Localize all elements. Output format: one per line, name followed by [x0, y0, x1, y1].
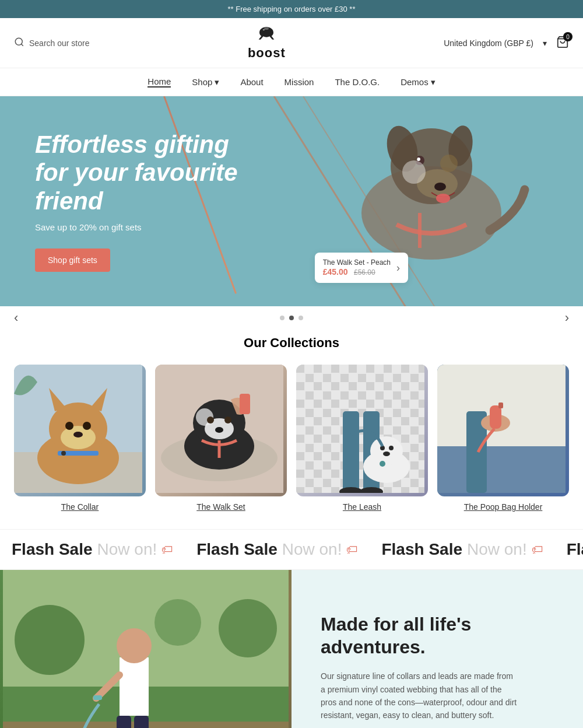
carousel-dot-1[interactable] [280, 316, 285, 320]
logo-text: boost [248, 46, 286, 61]
hero-section: Effortless gifting for your favourite fr… [0, 96, 583, 306]
flash-sale-item-1: Flash Sale Now on! 🏷 [0, 540, 185, 559]
nav-demos[interactable]: Demos ▾ [401, 76, 436, 88]
collections-section: Our Collections [0, 330, 583, 529]
svg-point-24 [83, 422, 91, 430]
search-area[interactable]: Search our store [14, 37, 90, 49]
product-pricing: £45.00 £56.00 [323, 267, 391, 277]
svg-point-51 [389, 446, 394, 450]
collections-grid: The Collar [14, 365, 569, 512]
svg-point-72 [117, 628, 152, 663]
collection-leash-label: The Leash [343, 502, 381, 512]
collection-poopbag[interactable]: The Poop Bag Holder [437, 365, 569, 512]
svg-point-36 [215, 427, 223, 433]
flash-bold-1: Flash Sale [12, 540, 93, 559]
flash-sale-item-3: Flash Sale Now on! 🏷 [370, 540, 554, 559]
svg-point-27 [61, 451, 66, 456]
site-logo[interactable]: boost [248, 25, 286, 61]
svg-point-62 [15, 605, 85, 675]
price-new: £45.00 [323, 267, 348, 276]
hero-content: Effortless gifting for your favourite fr… [0, 107, 274, 295]
svg-point-64 [154, 599, 201, 646]
main-nav: Home Shop ▾ About Mission The D.O.G. Dem… [0, 68, 583, 96]
hero-image [245, 96, 583, 306]
svg-point-11 [417, 158, 420, 161]
product-card-arrow[interactable]: › [396, 262, 400, 274]
svg-point-63 [219, 599, 277, 657]
chevron-down-icon: ▾ [215, 77, 219, 88]
hero-title: Effortless gifting for your favourite fr… [35, 131, 239, 215]
flash-sale-item-4: Flash Sale Now on! 🏷 [555, 540, 583, 559]
svg-rect-38 [240, 394, 250, 414]
svg-point-15 [436, 194, 450, 203]
promo-banner: ** Free shipping on orders over £30 ** [0, 0, 583, 18]
carousel-next-button[interactable]: › [565, 310, 569, 326]
svg-point-14 [434, 183, 446, 191]
hero-cta-button[interactable]: Shop gift sets [35, 249, 110, 272]
price-old: £56.00 [354, 268, 375, 276]
collection-collar-label: The Collar [61, 502, 99, 512]
carousel-navigation: ‹ › [0, 306, 583, 330]
chevron-down-icon: ▾ [543, 38, 547, 48]
adventure-section: Made for all life's adventures. Our sign… [0, 570, 583, 728]
logo-icon [255, 25, 278, 46]
flash-light-1: Now on! [97, 540, 157, 559]
svg-point-0 [15, 38, 22, 45]
svg-line-1 [21, 44, 23, 46]
collection-walkset-image [155, 365, 287, 496]
product-info: The Walk Set - Peach £45.00 £56.00 [323, 258, 391, 277]
site-header: Search our store boost United Kingdom (G… [0, 18, 583, 68]
nav-shop[interactable]: Shop ▾ [192, 76, 219, 88]
search-label: Search our store [29, 38, 90, 48]
promo-text: ** Free shipping on orders over £30 ** [228, 5, 356, 13]
flash-sale-scroller: Flash Sale Now on! 🏷 Flash Sale Now on! … [0, 540, 583, 559]
collection-walkset-label: The Walk Set [196, 502, 245, 512]
carousel-prev-button[interactable]: ‹ [14, 310, 18, 326]
nav-about[interactable]: About [240, 76, 263, 88]
collection-leash[interactable]: The Leash [296, 365, 428, 512]
region-selector[interactable]: United Kingdom (GBP £) [444, 38, 533, 48]
svg-rect-44 [343, 411, 359, 493]
svg-rect-58 [490, 405, 501, 429]
collection-walkset[interactable]: The Walk Set [155, 365, 287, 512]
svg-point-52 [383, 452, 390, 456]
svg-point-50 [380, 446, 385, 450]
adventure-content: Made for all life's adventures. Our sign… [292, 570, 583, 728]
tag-icon-2: 🏷 [346, 543, 358, 556]
svg-point-23 [65, 422, 73, 430]
search-icon [14, 37, 24, 49]
chevron-down-icon: ▾ [431, 77, 436, 88]
carousel-dot-3[interactable] [298, 316, 303, 320]
nav-dog[interactable]: The D.O.G. [335, 76, 380, 88]
carousel-dot-2[interactable] [289, 316, 294, 320]
svg-point-53 [380, 461, 385, 467]
adventure-description: Our signature line of collars and leads … [321, 670, 519, 722]
nav-mission[interactable]: Mission [285, 76, 314, 88]
flash-bold-2: Flash Sale [196, 540, 278, 559]
cart-count: 0 [563, 32, 573, 41]
adventure-image [0, 570, 292, 728]
collection-collar-image [14, 365, 146, 496]
flash-bold-3: Flash Sale [381, 540, 462, 559]
svg-rect-69 [120, 657, 149, 716]
svg-rect-74 [93, 695, 102, 700]
hero-product-card[interactable]: The Walk Set - Peach £45.00 £56.00 › [315, 253, 408, 283]
hero-subtitle: Save up to 20% on gift sets [35, 222, 239, 232]
flash-light-3: Now on! [467, 540, 527, 559]
svg-point-2 [264, 27, 269, 30]
svg-point-49 [370, 436, 403, 466]
cart-button[interactable]: 0 [556, 36, 569, 50]
svg-point-34 [207, 416, 214, 424]
svg-point-25 [73, 432, 83, 438]
svg-rect-70 [117, 716, 131, 728]
flash-sale-banner: Flash Sale Now on! 🏷 Flash Sale Now on! … [0, 529, 583, 570]
collection-poopbag-label: The Poop Bag Holder [464, 502, 543, 512]
collection-poopbag-image [437, 365, 569, 496]
adventure-title: Made for all life's adventures. [321, 613, 554, 658]
product-name: The Walk Set - Peach [323, 258, 391, 267]
svg-point-17 [440, 155, 458, 172]
collection-collar[interactable]: The Collar [14, 365, 146, 512]
svg-rect-71 [134, 716, 149, 728]
svg-point-35 [224, 416, 231, 424]
nav-home[interactable]: Home [147, 76, 171, 88]
